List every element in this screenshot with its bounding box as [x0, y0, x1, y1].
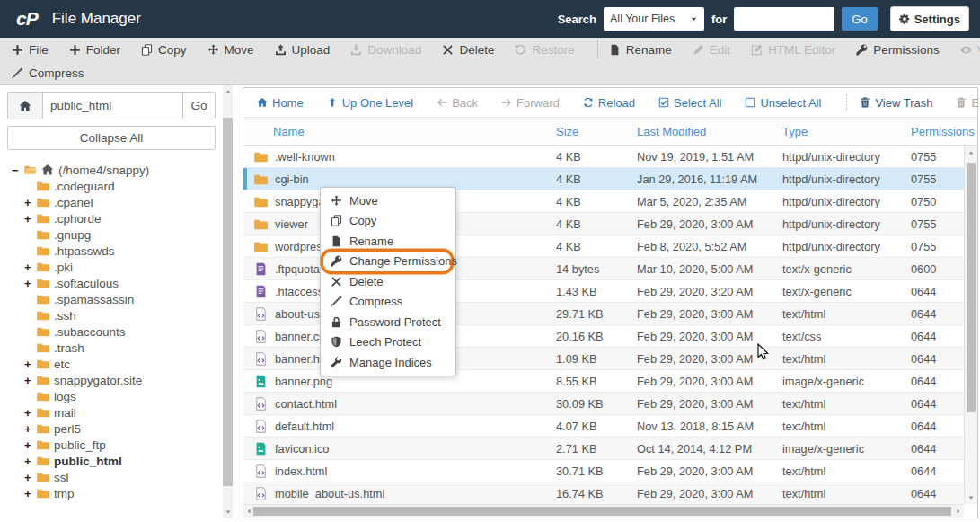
scrollbar-thumb[interactable] [253, 507, 951, 516]
context-menu-item-password-protect[interactable]: Password Protect [321, 312, 455, 332]
tree-expander[interactable]: + [24, 374, 37, 387]
collapse-all-button[interactable]: Collapse All [7, 126, 216, 150]
file-row-well-known[interactable]: .well-known 4 KB Nov 19, 2019, 1:51 AM h… [243, 146, 964, 168]
tree-item-ssh[interactable]: .ssh [0, 307, 235, 323]
tree-item-mail[interactable]: + mail [0, 404, 235, 420]
filebar-button-empty-trash[interactable]: Empty Trash [956, 96, 980, 110]
search-for-label: for [711, 13, 727, 26]
vertical-scrollbar[interactable] [964, 146, 977, 504]
toolbar-button-restore[interactable]: Restore [515, 43, 574, 57]
toolbar-button-copy[interactable]: Copy [141, 43, 187, 57]
tree-item-softaculous[interactable]: + .softaculous [0, 275, 235, 291]
column-header-size[interactable]: Size [556, 125, 637, 138]
column-header-permissions[interactable]: Permissions [911, 125, 977, 138]
tree-expander[interactable]: + [24, 261, 37, 274]
path-go-button[interactable]: Go [182, 93, 215, 119]
tree-item-public-ftp[interactable]: + public_ftp [0, 437, 235, 453]
toolbar-button-label: Delete [459, 43, 494, 57]
context-menu-item-manage-indices[interactable]: Manage Indices [321, 352, 455, 373]
tree-expander[interactable]: + [24, 406, 37, 420]
tree-item-cphorde[interactable]: + .cphorde [0, 210, 235, 226]
scroll-up-arrow[interactable] [965, 146, 977, 159]
context-menu-item-compress[interactable]: Compress [321, 292, 455, 313]
tree-expander[interactable]: + [24, 212, 37, 226]
filebar-button-select-all[interactable]: Select All [658, 96, 721, 110]
filebar-button-unselect-all[interactable]: Unselect All [745, 96, 821, 110]
toolbar-button-edit[interactable]: Edit [693, 43, 730, 57]
context-menu-item-leech-protect[interactable]: Leech Protect [321, 332, 455, 353]
tree-expander[interactable]: − [12, 164, 24, 177]
settings-button[interactable]: Settings [890, 6, 969, 31]
toolbar-button-html-editor[interactable]: HTML Editor [751, 43, 835, 57]
search-go-button[interactable]: Go [842, 7, 877, 31]
file-row-favicon-ico[interactable]: favicon.ico 2.71 KB Oct 14, 2014, 4:12 P… [243, 438, 964, 460]
context-menu-item-label: Compress [349, 295, 402, 308]
horizontal-scrollbar[interactable] [243, 504, 964, 518]
filebar-button-back[interactable]: Back [437, 96, 478, 110]
tree-item-public-html[interactable]: + public_html [0, 453, 235, 469]
tree-item-htpasswds[interactable]: .htpasswds [0, 243, 235, 259]
column-header-last-modified[interactable]: Last Modified [637, 125, 782, 138]
tree-expander[interactable]: + [24, 455, 37, 468]
toolbar-button-rename[interactable]: Rename [609, 43, 672, 57]
tree-item-trash[interactable]: .trash [0, 340, 235, 356]
context-menu-item-change-permissions[interactable]: Change Permissions [323, 252, 451, 272]
toolbar-button-compress[interactable]: Compress [12, 66, 84, 80]
search-input[interactable] [734, 7, 834, 31]
tree-item-codeguard[interactable]: .codeguard [0, 178, 235, 194]
context-menu-item-move[interactable]: Move [321, 190, 455, 211]
scroll-down-arrow[interactable] [223, 506, 233, 518]
context-menu-item-rename[interactable]: Rename [321, 231, 455, 252]
file-row-mobile-about-us-html[interactable]: mobile_about-us.html 16.74 KB Feb 29, 20… [243, 482, 964, 504]
scroll-up-arrow[interactable] [223, 85, 233, 98]
scrollbar-thumb[interactable] [967, 163, 976, 412]
file-row-contact-html[interactable]: contact.html 30.09 KB Feb 29, 2020, 3:00… [243, 393, 964, 415]
column-header-type[interactable]: Type [782, 125, 911, 138]
scroll-right-arrow[interactable] [953, 505, 964, 518]
tree-item-perl5[interactable]: + perl5 [0, 420, 235, 437]
toolbar-button-view[interactable]: View [960, 43, 980, 57]
filebar-button-view-trash[interactable]: View Trash [860, 96, 932, 110]
toolbar-button-permissions[interactable]: Permissions [856, 43, 940, 57]
path-home-button[interactable] [8, 93, 43, 119]
path-input[interactable] [43, 93, 182, 119]
search-scope-select[interactable]: All Your Files [604, 7, 704, 31]
tree-item-cpanel[interactable]: + .cpanel [0, 194, 235, 210]
column-header-name[interactable]: Name [254, 125, 556, 138]
toolbar-button-download[interactable]: Download [350, 43, 421, 57]
file-permissions: 0644 [911, 487, 964, 500]
filebar-button-up-one-level[interactable]: Up One Level [327, 96, 414, 110]
tree-item-ssl[interactable]: + ssl [0, 469, 235, 485]
tree-item-snappygator-site[interactable]: + snappygator.site [0, 372, 235, 388]
toolbar-button-upload[interactable]: Upload [275, 43, 331, 57]
toolbar-button-folder[interactable]: Folder [69, 43, 120, 57]
context-menu-item-copy[interactable]: Copy [321, 211, 455, 232]
tree-expander[interactable]: + [24, 277, 37, 290]
tree-item-logs[interactable]: logs [0, 388, 235, 404]
tree-item-spamassassin[interactable]: .spamassassin [0, 291, 235, 307]
toolbar-button-delete[interactable]: Delete [442, 43, 494, 57]
scroll-down-arrow[interactable] [965, 491, 977, 504]
tree-item-gnupg[interactable]: .gnupg [0, 226, 235, 243]
tree-item-pki[interactable]: + .pki [0, 259, 235, 275]
filebar-button-home[interactable]: Home [257, 96, 304, 110]
filebar-button-forward[interactable]: Forward [501, 96, 560, 110]
tree-expander[interactable]: + [24, 358, 37, 371]
sidebar-scrollbar[interactable] [223, 85, 233, 518]
scrollbar-thumb[interactable] [223, 118, 233, 486]
tree-item-subaccounts[interactable]: .subaccounts [0, 323, 235, 340]
toolbar-button-file[interactable]: File [12, 43, 49, 57]
tree-expander[interactable]: + [24, 487, 37, 500]
file-row-index-html[interactable]: index.html 30.71 KB Feb 29, 2020, 3:00 A… [243, 460, 964, 482]
tree-item-etc[interactable]: + etc [0, 356, 235, 372]
tree-item-tmp[interactable]: + tmp [0, 485, 235, 501]
tree-expander[interactable]: + [24, 471, 37, 484]
toolbar-button-move[interactable]: Move [207, 43, 254, 57]
filebar-button-reload[interactable]: Reload [583, 96, 635, 110]
tree-expander[interactable]: + [24, 196, 37, 209]
tree-expander[interactable]: + [24, 438, 37, 452]
file-row-default-html[interactable]: default.html 4.07 KB Nov 13, 2018, 8:15 … [243, 415, 964, 438]
tree-item-home4-snappy[interactable]: − (/home4/snappy) [0, 162, 235, 178]
context-menu-item-delete[interactable]: Delete [321, 271, 455, 292]
tree-expander[interactable]: + [24, 422, 37, 436]
